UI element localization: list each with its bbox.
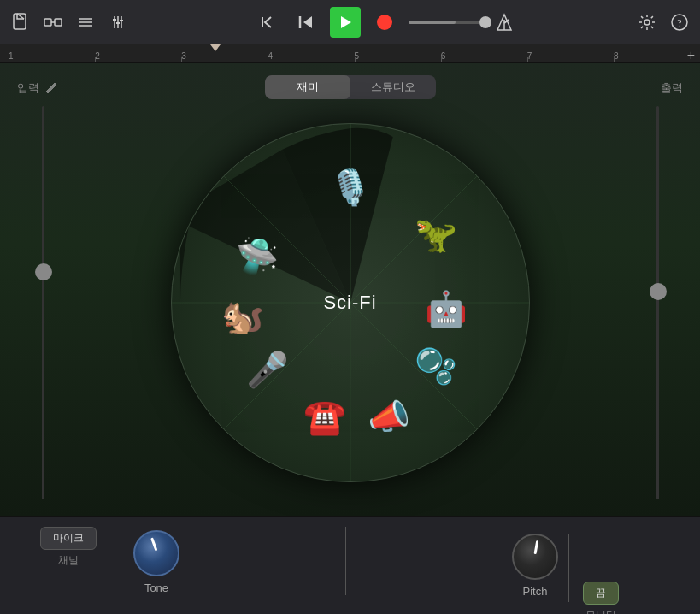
ruler: 1 2 3 4 5 6 7 8 + [0,44,700,63]
pitch-label: Pitch [523,585,548,598]
output-slider-track [656,106,659,499]
wheel-connection-line [345,527,346,595]
ruler-mark-3: 3 [181,51,268,62]
ruler-mark-4: 4 [268,51,354,62]
voice-handmic-icon[interactable]: 🎤 [242,345,293,396]
tone-label: Tone [144,582,168,594]
main-area: 입력 출력 재미 스튜디오 [0,63,700,516]
output-slider[interactable] [649,106,666,499]
toolbar-center [251,7,515,38]
svg-rect-1 [44,19,51,26]
monitor-label: 모니터 [585,608,616,614]
tab-selector: 재미 스튜디오 [265,75,436,99]
help-icon[interactable]: ? [669,12,690,32]
ruler-mark-7: 7 [527,51,614,62]
pitch-connection-line [568,534,569,602]
playhead[interactable] [210,44,221,63]
voice-telephone-icon[interactable]: ☎️ [299,391,350,442]
ruler-mark-5: 5 [355,51,441,62]
bottom-left-controls: 마이크 채널 [17,527,120,568]
channel-label: 채널 [58,553,79,568]
toolbar: ? [0,0,700,44]
progress-fill [409,21,456,24]
svg-marker-16 [341,16,351,28]
toolbar-right: ? [637,12,690,32]
ruler-marks: 1 2 3 4 5 6 7 8 [0,44,700,62]
pitch-knob[interactable] [512,534,558,580]
input-slider-thumb[interactable] [35,263,52,280]
svg-rect-2 [55,19,62,26]
back-button[interactable] [251,7,282,38]
output-text: 출력 [661,81,683,94]
mic-button[interactable]: 마이크 [40,527,97,550]
svg-text:?: ? [677,17,681,29]
input-label: 입력 [17,80,58,96]
toolbar-left [10,12,128,32]
tab-studio[interactable]: 스튜디오 [350,75,436,99]
voice-wheel-container: Sci-Fi 🎙️ 🛸 🦖 🐿️ 🤖 🎤 🫧 ☎️ 📣 [171,123,530,482]
output-label: 출력 [661,80,683,96]
record-indicator [377,15,392,30]
metronome-icon[interactable] [494,12,515,32]
pencil-icon[interactable] [44,81,58,95]
progress-area[interactable] [409,21,485,24]
svg-marker-14 [303,16,312,28]
voice-robot-icon[interactable]: 🤖 [421,284,472,335]
voice-squirrel-icon[interactable]: 🐿️ [217,291,268,342]
add-track-button[interactable]: + [687,48,695,63]
loop-icon[interactable] [43,12,63,32]
input-slider-track [42,106,44,499]
bottom-panel: 마이크 채널 Tone Pitch 끔 모니터 [0,516,700,614]
new-doc-icon[interactable] [10,12,31,32]
tracks-icon[interactable] [75,12,96,32]
monitor-toggle-button[interactable]: 끔 [583,582,619,605]
voice-bubbles-icon[interactable]: 🫧 [410,341,462,393]
input-text: 입력 [17,80,39,96]
playhead-triangle [210,44,221,51]
output-slider-thumb[interactable] [650,283,667,300]
voice-megaphone-icon[interactable]: 📣 [363,391,415,442]
tab-fun[interactable]: 재미 [265,75,350,99]
voice-wheel[interactable]: Sci-Fi 🎙️ 🛸 🦖 🐿️ 🤖 🎤 🫧 ☎️ 📣 [171,123,530,482]
bottom-center [179,527,512,595]
wheel-center-label: Sci-Fi [323,292,376,314]
progress-track [409,21,485,24]
voice-microphone-icon[interactable]: 🎙️ [325,162,376,214]
play-button[interactable] [330,7,361,38]
voice-monster-icon[interactable]: 🦖 [410,209,462,260]
settings-icon[interactable] [637,12,657,32]
tone-knob-container: Tone [133,530,179,594]
tone-knob-indicator [150,537,157,551]
ruler-mark-2: 2 [95,51,181,62]
record-button[interactable] [369,7,400,38]
progress-thumb [479,16,491,28]
bottom-right-controls: Pitch 끔 모니터 [512,527,683,614]
ruler-mark-1: 1 [9,51,95,62]
tone-knob[interactable] [133,530,179,576]
input-slider[interactable] [34,106,51,499]
voice-ufo-icon[interactable]: 🛸 [232,230,283,281]
mixer-icon[interactable] [108,12,128,32]
pitch-knob-indicator [534,540,539,554]
svg-point-20 [644,20,650,25]
skip-back-button[interactable] [291,7,321,38]
ruler-mark-6: 6 [441,51,527,62]
